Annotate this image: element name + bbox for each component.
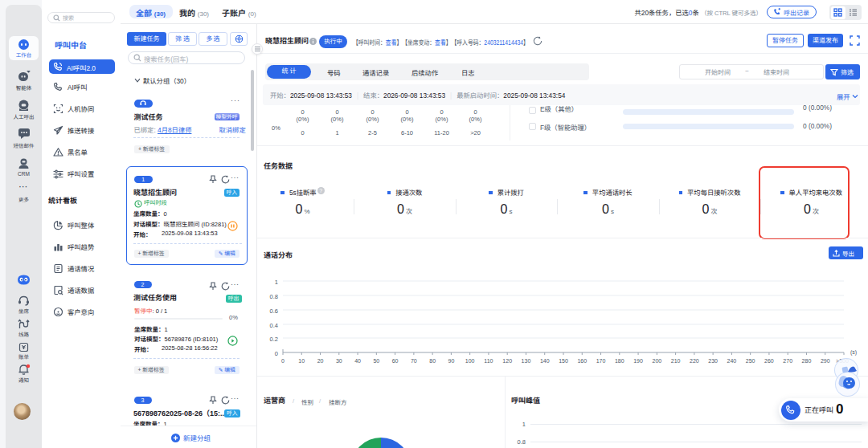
svg-text:130: 130 — [522, 358, 531, 364]
svg-text:150: 150 — [559, 358, 568, 364]
svg-text:80: 80 — [429, 358, 436, 364]
svg-text:70: 70 — [411, 358, 417, 364]
svg-text:250: 250 — [746, 358, 755, 364]
svg-text:280: 280 — [802, 358, 812, 364]
svg-text:90: 90 — [448, 358, 455, 364]
svg-text:190: 190 — [633, 358, 643, 364]
svg-text:210: 210 — [671, 358, 681, 364]
svg-text:100: 100 — [465, 358, 475, 364]
svg-text:10: 10 — [298, 358, 305, 364]
svg-text:40: 40 — [354, 358, 361, 364]
svg-text:160: 160 — [577, 358, 587, 364]
svg-text:120: 120 — [502, 358, 512, 364]
svg-text:260: 260 — [764, 358, 774, 364]
svg-text:0: 0 — [281, 358, 285, 364]
svg-text:170: 170 — [596, 358, 606, 364]
svg-text:230: 230 — [708, 358, 718, 364]
svg-text:240: 240 — [727, 358, 737, 364]
svg-text:(s): (s) — [850, 349, 857, 356]
svg-text:20: 20 — [317, 358, 324, 364]
svg-text:290: 290 — [821, 358, 830, 364]
svg-text:60: 60 — [392, 358, 399, 364]
svg-text:1: 1 — [275, 279, 278, 286]
svg-text:110: 110 — [484, 358, 493, 364]
svg-text:0.6: 0.6 — [270, 307, 278, 315]
svg-text:200: 200 — [652, 358, 661, 364]
svg-text:220: 220 — [690, 358, 699, 364]
svg-text:0.8: 0.8 — [270, 293, 278, 300]
svg-text:0.4: 0.4 — [270, 322, 278, 329]
svg-text:270: 270 — [783, 358, 792, 364]
svg-text:0: 0 — [275, 350, 278, 357]
svg-text:30: 30 — [336, 358, 342, 364]
svg-text:0.2: 0.2 — [270, 336, 278, 343]
svg-text:140: 140 — [540, 358, 550, 364]
svg-text:180: 180 — [615, 358, 624, 364]
svg-text:50: 50 — [373, 358, 379, 364]
